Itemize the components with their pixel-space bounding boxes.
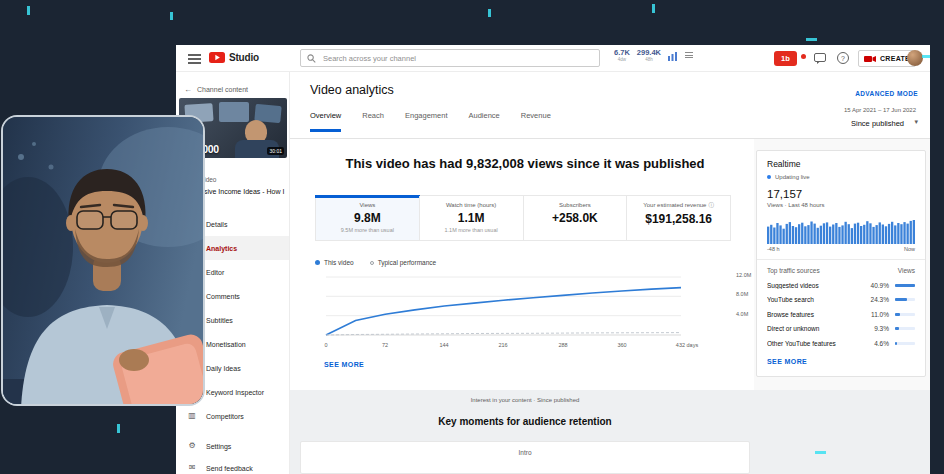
metric-card-views[interactable]: Views 9.8M 9.5M more than usual <box>316 196 419 240</box>
sidebar-item-competitors[interactable]: ▥ Competitors <box>176 404 290 428</box>
extension-badge[interactable]: 1b <box>774 51 797 66</box>
notification-dot <box>801 54 806 59</box>
realtime-count-label: Views · Last 48 hours <box>767 202 915 208</box>
realtime-see-more-link[interactable]: SEE MORE <box>767 358 915 365</box>
tab-overview[interactable]: Overview <box>310 111 341 132</box>
y-tick: 4.0M <box>736 311 748 317</box>
extension-stats: 6.7K 4dw 299.4K 48h <box>614 48 693 63</box>
legend-this-video[interactable]: This video <box>315 259 354 266</box>
traffic-mini-bar <box>895 298 915 301</box>
studio-topbar: Studio 6.7K 4dw 299.4K 48h <box>176 45 930 72</box>
youtube-play-icon <box>209 52 225 63</box>
traffic-mini-bar <box>895 327 915 330</box>
youtube-studio-window: Studio 6.7K 4dw 299.4K 48h <box>176 45 930 474</box>
glitch-mark <box>170 12 173 20</box>
key-moments-title: Key moments for audience retention <box>300 416 750 427</box>
webcam-overlay <box>1 115 205 406</box>
video-frame: Studio 6.7K 4dw 299.4K 48h <box>0 0 944 474</box>
traffic-mini-bar <box>895 284 915 287</box>
divider <box>757 259 925 260</box>
x-tick: 288 <box>558 342 567 348</box>
metric-card-watch-time[interactable]: Watch time (hours) 1.1M 1.1M more than u… <box>419 196 523 240</box>
x-tick: 432 days <box>676 342 698 348</box>
channel-content-header: Channel content <box>184 85 248 94</box>
metric-card-revenue[interactable]: Your estimated revenueⓘ $191,258.16 <box>626 196 730 240</box>
x-tick: 216 <box>498 342 507 348</box>
stat-value: 6.7K <box>614 48 630 57</box>
menu-icon[interactable] <box>188 54 201 66</box>
tab-revenue[interactable]: Revenue <box>521 111 551 132</box>
glitch-mark <box>652 4 655 13</box>
legend-dot-icon <box>315 260 320 265</box>
y-tick: 12.0M <box>736 272 751 278</box>
realtime-count: 17,157 <box>767 188 915 200</box>
traffic-mini-bar-fill <box>895 342 897 345</box>
metric-card-subscribers[interactable]: Subscribers +258.0K <box>523 196 627 240</box>
traffic-source-row: Browse features 11.0% <box>767 311 915 318</box>
help-icon[interactable] <box>837 52 849 64</box>
views-chart: 12.0M 8.0M 4.0M 0 72 144 216 288 360 432… <box>315 273 755 353</box>
back-arrow-icon[interactable] <box>184 85 192 94</box>
mini-bar-chart-icon <box>668 51 678 61</box>
metric-cards: Views 9.8M 9.5M more than usual Watch ti… <box>315 195 731 241</box>
avatar[interactable] <box>907 50 923 66</box>
presenter-illustration <box>3 117 205 406</box>
legend-typical-performance[interactable]: Typical performance <box>370 259 437 266</box>
extension-menu-icon[interactable] <box>685 52 693 60</box>
comments-bubble-icon[interactable] <box>814 53 826 64</box>
updating-live: Updating live <box>767 174 915 180</box>
glitch-mark <box>488 9 491 17</box>
tab-engagement[interactable]: Engagement <box>405 111 448 132</box>
channel-content-label: Channel content <box>197 86 248 93</box>
advanced-mode-link[interactable]: ADVANCED MODE <box>855 90 918 97</box>
glitch-mark <box>815 451 826 454</box>
traffic-mini-bar-fill <box>895 298 907 301</box>
competitors-icon: ▥ <box>187 411 197 421</box>
extension-stat: 6.7K 4dw <box>614 48 630 63</box>
interest-note: Interest in your content · Since publish… <box>300 397 750 403</box>
stat-label: 48h <box>645 57 653 63</box>
tab-audience[interactable]: Audience <box>469 111 500 132</box>
create-label: CREATE <box>880 55 910 62</box>
feedback-icon: ✉ <box>187 463 197 473</box>
logo-text: Studio <box>229 52 259 63</box>
glitch-mark <box>806 38 817 41</box>
info-icon: ⓘ <box>708 202 714 209</box>
sidebar-item-settings[interactable]: ⚙ Settings <box>176 434 290 458</box>
date-mode-dropdown[interactable]: Since published <box>851 119 904 128</box>
gear-icon: ⚙ <box>187 441 197 451</box>
chart-legend: This video Typical performance <box>315 259 436 266</box>
x-tick: 0 <box>324 342 327 348</box>
search-icon <box>307 54 316 63</box>
traffic-mini-bar <box>895 313 915 316</box>
youtube-studio-logo[interactable]: Studio <box>209 52 259 63</box>
traffic-source-row: Direct or unknown 9.3% <box>767 325 915 332</box>
x-tick: 72 <box>382 342 388 348</box>
thumbnail-photo <box>219 102 249 122</box>
search-box[interactable] <box>300 49 600 67</box>
page-title: Video analytics <box>310 83 394 97</box>
analytics-tabs: Overview Reach Engagement Audience Reven… <box>310 111 551 132</box>
traffic-mini-bar-fill <box>895 284 915 287</box>
key-moments-card: Intro <box>300 441 750 474</box>
sidebar-item-send-feedback[interactable]: ✉ Send feedback <box>176 456 290 474</box>
glitch-mark <box>922 55 930 58</box>
date-range: 15 Apr 2021 – 17 Jun 2022 <box>844 107 916 113</box>
traffic-sources-header: Top traffic sources Views <box>767 267 915 274</box>
legend-dot-icon <box>370 261 374 265</box>
glitch-mark <box>117 424 120 433</box>
x-tick: 360 <box>617 342 626 348</box>
search-input[interactable] <box>321 53 593 64</box>
video-duration-badge: 30:01 <box>267 147 284 155</box>
stat-value: 299.4K <box>637 48 661 57</box>
glitch-mark <box>27 6 30 15</box>
realtime-axis: -48 h Now <box>767 246 915 252</box>
traffic-mini-bar-fill <box>895 327 899 330</box>
traffic-source-row: Other YouTube features 4.6% <box>767 340 915 347</box>
chevron-down-icon <box>914 118 918 126</box>
tab-reach[interactable]: Reach <box>362 111 384 132</box>
traffic-source-row: Suggested videos 40.9% <box>767 282 915 289</box>
see-more-link[interactable]: SEE MORE <box>324 361 364 368</box>
realtime-bar-chart <box>767 214 917 244</box>
realtime-card: Realtime Updating live 17,157 Views · La… <box>756 150 926 377</box>
